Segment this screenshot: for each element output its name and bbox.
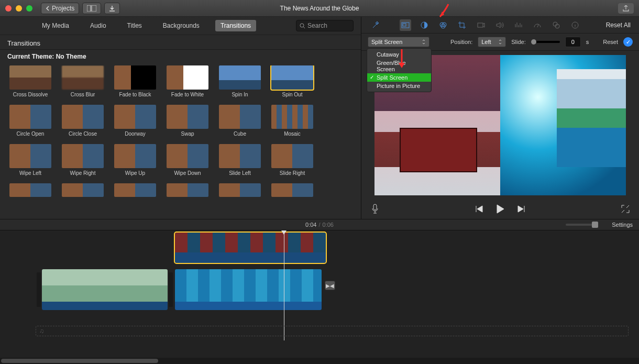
- transition-item[interactable]: Wipe Right: [60, 144, 106, 176]
- transition-item[interactable]: Spin Out: [269, 65, 315, 97]
- speed-icon[interactable]: [532, 19, 543, 31]
- import-button[interactable]: [104, 3, 120, 14]
- tab-backgrounds[interactable]: Backgrounds: [158, 20, 205, 31]
- tab-audio[interactable]: Audio: [85, 20, 112, 31]
- projects-label: Projects: [52, 5, 74, 12]
- close-window-icon[interactable]: [5, 5, 12, 12]
- transition-item[interactable]: Wipe Left: [7, 144, 53, 176]
- position-select[interactable]: Left: [478, 37, 506, 47]
- overlay-option-cutaway[interactable]: Cutaway: [367, 50, 431, 59]
- overlay-icon[interactable]: [400, 19, 411, 31]
- crop-icon[interactable]: [456, 19, 468, 31]
- transition-item[interactable]: [60, 183, 106, 199]
- apply-check-icon[interactable]: ✓: [623, 37, 633, 47]
- transition-item[interactable]: Cube: [217, 105, 263, 137]
- slide-slider[interactable]: [531, 41, 560, 43]
- library-tabs: My Media Audio Titles Backgrounds Transi…: [0, 17, 361, 35]
- tab-titles[interactable]: Titles: [122, 20, 147, 31]
- transition-item[interactable]: Doorway: [112, 105, 158, 137]
- share-button[interactable]: [618, 3, 634, 14]
- play-button[interactable]: [496, 204, 504, 214]
- minimize-window-icon[interactable]: [16, 5, 22, 12]
- panel-title: Transitions: [0, 35, 361, 50]
- filters-icon[interactable]: [550, 19, 562, 31]
- transition-item[interactable]: Swap: [164, 105, 211, 137]
- overlay-option-greenscreen[interactable]: Green/Blue Screen: [367, 59, 431, 73]
- color-balance-icon[interactable]: [418, 19, 430, 31]
- transition-item[interactable]: Slide Left: [217, 144, 263, 176]
- transition-item[interactable]: Fade to White: [164, 65, 211, 97]
- transition-item[interactable]: [7, 183, 53, 199]
- transition-item[interactable]: [112, 183, 158, 199]
- slide-label: Slide:: [511, 39, 526, 45]
- projects-back-button[interactable]: Projects: [41, 3, 79, 14]
- timeline-scrollbar[interactable]: [0, 358, 639, 364]
- fullscreen-window-icon[interactable]: [26, 5, 32, 12]
- inspector-toolbar: Reset All: [361, 17, 639, 34]
- svg-rect-4: [403, 24, 406, 26]
- overlay-mode-select[interactable]: Split Screen: [368, 37, 429, 47]
- svg-point-2: [300, 24, 304, 27]
- svg-rect-0: [87, 5, 91, 12]
- noise-reduction-icon[interactable]: [513, 19, 524, 31]
- transition-item[interactable]: Slide Right: [269, 144, 315, 176]
- transition-marker-icon[interactable]: ▶◀: [325, 281, 335, 290]
- inspector-panel: Reset All Split Screen Position: Left Sl…: [361, 17, 639, 219]
- transition-item[interactable]: [164, 183, 211, 199]
- audio-track-lane[interactable]: ♫: [36, 326, 629, 336]
- transition-item[interactable]: [269, 183, 315, 199]
- transition-item[interactable]: Wipe Up: [112, 144, 158, 176]
- overlay-mode-dropdown: Cutaway Green/Blue Screen Split Screen P…: [367, 48, 432, 92]
- clip-trim-handle[interactable]: [169, 272, 173, 307]
- overlay-controls: Split Screen Position: Left Slide: 0 s R…: [361, 34, 639, 51]
- tab-transitions[interactable]: Transitions: [215, 20, 256, 31]
- layout-toggle-button[interactable]: [82, 3, 101, 14]
- reset-all-button[interactable]: Reset All: [606, 21, 631, 29]
- time-current: 0:04: [305, 222, 316, 228]
- timeline-zoom-slider[interactable]: [566, 224, 597, 226]
- info-icon[interactable]: [569, 19, 581, 31]
- transition-item[interactable]: Wipe Down: [164, 144, 211, 176]
- time-total: 0:06: [323, 222, 334, 228]
- playhead[interactable]: [284, 230, 284, 340]
- transition-item[interactable]: Spin In: [217, 65, 263, 97]
- voiceover-icon[interactable]: [371, 204, 379, 214]
- timeline-settings-button[interactable]: Settings: [612, 222, 633, 228]
- clip-trim-handle[interactable]: [37, 272, 41, 307]
- overlay-mode-value: Split Screen: [371, 39, 402, 45]
- stabilization-icon[interactable]: [475, 19, 487, 31]
- window-controls: [5, 5, 32, 12]
- position-label: Position:: [450, 39, 472, 45]
- next-button[interactable]: [517, 205, 525, 213]
- transition-item[interactable]: Cross Blur: [60, 65, 106, 97]
- prev-button[interactable]: [475, 205, 483, 213]
- search-input[interactable]: Search: [296, 20, 354, 31]
- transition-item[interactable]: Fade to Black: [112, 65, 158, 97]
- svg-rect-9: [478, 23, 483, 27]
- timeline-clip-map[interactable]: [42, 269, 168, 310]
- theme-label: Current Theme: No Theme: [0, 50, 361, 65]
- fullscreen-icon[interactable]: [621, 205, 630, 213]
- transition-item[interactable]: [217, 183, 263, 199]
- overlay-option-splitscreen[interactable]: Split Screen: [367, 73, 431, 82]
- transition-item[interactable]: Circle Open: [7, 105, 53, 137]
- position-value: Left: [481, 39, 491, 45]
- timeline-clip-waterfall[interactable]: [175, 269, 322, 310]
- seconds-unit: s: [586, 39, 589, 45]
- overlay-clip[interactable]: [175, 233, 326, 263]
- magic-wand-icon[interactable]: [370, 19, 381, 31]
- tab-my-media[interactable]: My Media: [37, 20, 74, 31]
- color-correction-icon[interactable]: [437, 19, 449, 31]
- transition-item[interactable]: Cross Dissolve: [7, 65, 53, 97]
- overlay-option-pip[interactable]: Picture in Picture: [367, 82, 431, 90]
- window-title: The News Around the Globe: [280, 5, 359, 12]
- transition-item[interactable]: Circle Close: [60, 105, 106, 137]
- overlay-reset-button[interactable]: Reset: [603, 39, 618, 45]
- slide-seconds-input[interactable]: 0: [565, 37, 581, 47]
- titlebar: Projects The News Around the Globe: [0, 0, 639, 17]
- volume-icon[interactable]: [494, 19, 505, 31]
- timeline[interactable]: ▶◀ ♫: [0, 230, 639, 364]
- transition-item[interactable]: Mosaic: [269, 105, 315, 137]
- transitions-grid: Cross Dissolve Cross Blur Fade to Black …: [0, 65, 361, 199]
- search-placeholder: Search: [307, 22, 327, 29]
